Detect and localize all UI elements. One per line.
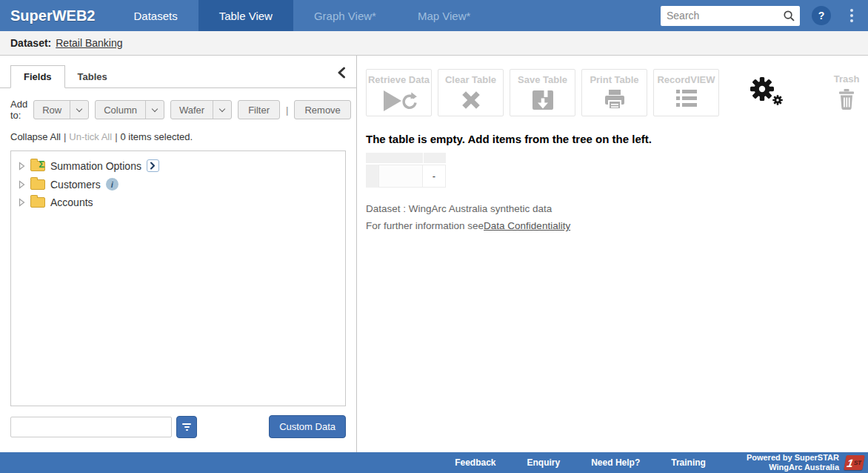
search-input[interactable] [661,6,800,26]
table-view-panel: Retrieve Data Clear Table [357,56,868,452]
table-header-cell [366,153,423,163]
filter-button[interactable]: Filter [238,100,280,119]
top-navbar: SuperWEB2 Datasets Table View Graph View… [0,0,868,31]
expand-arrow-icon[interactable] [19,162,25,171]
help-icon[interactable]: ? [812,6,831,25]
powered-by-text: Powered by SuperSTAR WingArc Australia [747,453,839,472]
add-to-row-button[interactable]: Row [33,100,89,119]
data-confidentiality-link[interactable]: Data Confidentiality [484,220,570,231]
superstar-1st-logo[interactable]: 1ST [844,455,865,470]
expand-arrow-icon[interactable] [19,180,25,189]
chevron-down-icon[interactable] [70,101,88,119]
main-area: Fields Tables Add to: Row Column Wafer F… [0,56,868,452]
add-to-column-button[interactable]: Column [95,100,164,119]
expand-arrow-icon[interactable] [19,198,25,207]
field-tree-panel: Fields Tables Add to: Row Column Wafer F… [0,56,357,452]
remove-button[interactable]: Remove [294,100,350,119]
summation-folder-icon: Σ [30,161,45,171]
nav-item-graph-view[interactable]: Graph View* [293,0,397,31]
field-tree: Σ Summation Options Customers i Acc [10,150,346,406]
items-selected-count: 0 items selected. [121,131,193,142]
info-icon[interactable]: i [106,178,118,191]
footer: Feedback Enquiry Need Help? Training Pow… [0,452,868,473]
trash-button[interactable]: Trash [820,69,868,113]
collapse-panel-icon[interactable] [337,67,346,82]
custom-data-button[interactable]: Custom Data [269,415,346,438]
tree-item-customers[interactable]: Customers i [11,175,345,194]
footer-link-training[interactable]: Training [655,457,721,468]
chevron-down-icon[interactable] [213,101,231,119]
tree-actions-row: Collapse All|Un-tick All|0 items selecte… [0,121,356,142]
tree-filter-input[interactable] [10,417,172,437]
nav-item-datasets[interactable]: Datasets [113,0,198,31]
play-refresh-icon [381,89,417,116]
button-separator: | [286,105,288,116]
app-logo: SuperWEB2 [0,0,113,31]
add-to-label: Add to: [10,99,27,121]
breadcrumb: Dataset: Retail Banking [0,31,868,56]
print-table-button[interactable]: Print Table [581,69,647,116]
search-icon[interactable] [783,10,795,25]
table-cell [378,165,423,188]
empty-table-preview: - [366,153,868,188]
folder-icon [30,197,45,208]
summation-quick-select-icon[interactable] [147,159,159,172]
dataset-info-text: Dataset : WingArc Australia synthetic da… [366,203,868,214]
table-cell-value: - [423,165,446,188]
recordview-button[interactable]: RecordVIEW [653,69,719,116]
further-info-text: For further information seeData Confiden… [366,220,868,231]
tree-item-accounts[interactable]: Accounts [11,194,345,211]
tree-filter-row: Custom Data [10,415,346,438]
table-options-button[interactable] [749,75,786,110]
footer-link-feedback[interactable]: Feedback [439,457,511,468]
untick-all-link[interactable]: Un-tick All [69,131,112,142]
overflow-menu-icon[interactable] [841,9,862,22]
empty-table-message: The table is empty. Add items from the t… [366,133,868,145]
save-table-button[interactable]: Save Table [510,69,575,116]
dataset-label: Dataset: [10,37,51,49]
tree-filter-apply-icon[interactable] [176,416,197,438]
panel-tabbar: Fields Tables [0,56,356,88]
retrieve-data-button[interactable]: Retrieve Data [366,69,432,116]
nav-item-table-view[interactable]: Table View [198,0,293,31]
nav-item-map-view[interactable]: Map View* [397,0,491,31]
clear-table-button[interactable]: Clear Table [438,69,504,116]
footer-link-enquiry[interactable]: Enquiry [512,457,576,468]
chevron-down-icon[interactable] [145,101,164,119]
add-to-row: Add to: Row Column Wafer Filter | Remove [0,88,356,121]
table-toolbar: Retrieve Data Clear Table [366,69,868,116]
collapse-all-link[interactable]: Collapse All [10,131,61,142]
folder-icon [30,179,45,190]
footer-link-need-help[interactable]: Need Help? [575,457,655,468]
tree-item-summation-options[interactable]: Σ Summation Options [11,156,345,175]
tab-tables[interactable]: Tables [65,66,120,87]
save-icon [532,89,554,114]
table-header-cell [424,153,446,163]
table-stub-cell [366,165,378,188]
x-icon [460,89,482,114]
dataset-link[interactable]: Retail Banking [56,37,122,49]
add-to-wafer-button[interactable]: Wafer [170,100,232,119]
gear-icon [749,97,786,110]
list-icon [675,89,698,111]
trash-icon [837,88,856,113]
tab-fields[interactable]: Fields [10,65,65,88]
printer-icon [603,89,627,114]
